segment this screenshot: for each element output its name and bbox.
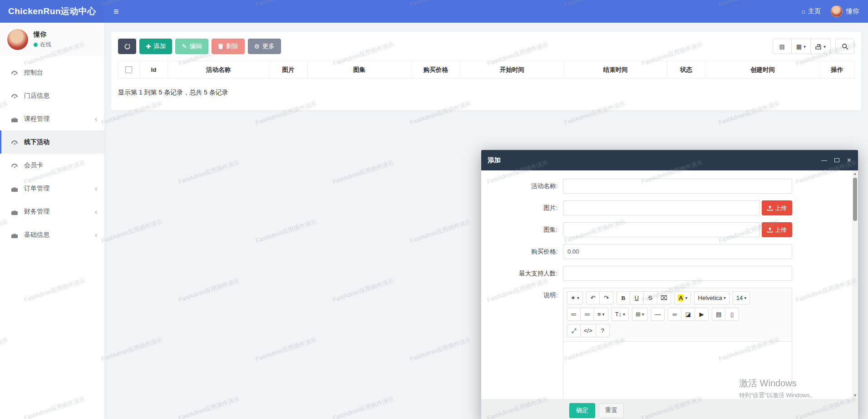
edit-label: 编辑 (190, 42, 202, 50)
link-button[interactable]: ∞ (668, 308, 681, 321)
sidebar-item-5[interactable]: 会员卡 (0, 154, 104, 177)
column-header[interactable]: 创建时间 (705, 61, 820, 79)
help-button[interactable]: ? (596, 324, 610, 337)
price-input[interactable] (563, 244, 792, 259)
dialog-scrollbar[interactable]: ▲ ▼ (852, 170, 858, 399)
code-view-button[interactable]: </> (581, 324, 596, 337)
gallery-input[interactable] (563, 222, 760, 237)
ordered-list-button[interactable]: ≕ (581, 308, 594, 321)
profile-status: 在线 (34, 41, 51, 49)
columns-view-button[interactable]: ▦▾ (792, 39, 811, 54)
chevron-down-icon: ▾ (724, 295, 726, 300)
code-view-icon: </> (584, 327, 592, 334)
table-button[interactable]: ⊞▾ (632, 308, 648, 321)
font-color-button[interactable]: A▾ (674, 291, 691, 304)
video-button[interactable]: ▶ (695, 308, 709, 321)
confirm-button[interactable]: 确定 (569, 403, 595, 418)
font-size-button[interactable]: 14▾ (733, 291, 750, 304)
table-card: ✚ 添加 ✎ 编辑 删除 ⚙ 更多 ▤ (111, 32, 861, 110)
chevron-down-icon: ▾ (685, 295, 687, 300)
sidebar-item-4[interactable]: 线下活动 (0, 130, 104, 154)
editor-toolbar: ✶▾↶↷BUS⌧A▾Helvetica▾14▾≔≕≡▾T↕▾⊞▾—∞◪▶▤▯⤢<… (563, 288, 792, 342)
user-menu[interactable]: 懂你 (831, 5, 859, 17)
scroll-up-icon[interactable]: ▲ (852, 171, 858, 177)
column-header[interactable]: 活动名称 (168, 61, 269, 79)
image-file-button[interactable]: ▤ (712, 308, 725, 321)
sidebar-item-label: 会员卡 (24, 161, 43, 170)
sidebar-item-3[interactable]: 课程管理‹ (0, 107, 104, 130)
scrollbar-thumb[interactable] (853, 178, 857, 221)
column-header[interactable]: 结束时间 (564, 61, 667, 79)
chevron-down-icon: ▾ (744, 295, 746, 300)
more-button[interactable]: ⚙ 更多 (248, 39, 281, 54)
search-icon (842, 43, 848, 50)
gallery-upload-button[interactable]: 上传 (762, 222, 792, 237)
reset-button[interactable]: 重置 (599, 403, 624, 418)
magic-button[interactable]: ✶▾ (567, 291, 583, 304)
column-header[interactable]: 图片 (269, 61, 307, 79)
gear-icon: ⚙ (254, 43, 260, 50)
export-button[interactable]: ▾ (811, 39, 831, 54)
refresh-button[interactable] (118, 39, 136, 54)
chevron-left-icon: ‹ (95, 208, 97, 215)
home-link[interactable]: ⌂ 主页 (802, 7, 821, 15)
chevron-left-icon: ‹ (95, 115, 97, 123)
fullscreen-button[interactable]: ⤢ (567, 324, 581, 337)
sidebar-item-2[interactable]: 门店信息 (0, 84, 104, 107)
sidebar-item-1[interactable]: 控制台 (0, 61, 104, 84)
maximize-icon[interactable] (834, 158, 839, 162)
home-icon: ⌂ (802, 8, 805, 15)
search-button[interactable] (835, 39, 854, 54)
undo-button[interactable]: ↶ (586, 291, 600, 304)
font-name-button[interactable]: Helvetica▾ (694, 291, 730, 304)
select-all-checkbox[interactable] (125, 66, 132, 73)
delete-button[interactable]: 删除 (212, 39, 245, 54)
strikethrough-button[interactable]: S (644, 291, 657, 304)
unordered-list-icon: ≔ (571, 311, 577, 318)
sidebar-toggle-icon[interactable]: ≡ (104, 6, 128, 17)
activity-name-input[interactable] (563, 179, 792, 194)
file-icon: ▯ (730, 311, 734, 318)
close-icon[interactable]: ✕ (847, 157, 852, 163)
file-button[interactable]: ▯ (725, 308, 739, 321)
underline-button[interactable]: U (630, 291, 644, 304)
sidebar-item-7[interactable]: 财务管理‹ (0, 200, 104, 223)
image-upload-button[interactable]: 上传 (762, 200, 792, 215)
chevron-down-icon: ▾ (824, 44, 826, 49)
sidebar-item-6[interactable]: 订单管理‹ (0, 177, 104, 200)
profile-avatar[interactable] (7, 29, 28, 50)
briefcase-icon (10, 116, 19, 122)
line-height-button[interactable]: T↕▾ (612, 308, 629, 321)
column-header[interactable]: 购买价格 (411, 61, 460, 79)
dialog-header[interactable]: 添加 — ✕ (481, 150, 858, 170)
horizontal-rule-button[interactable]: — (651, 308, 665, 321)
eraser-button[interactable]: ⌧ (657, 291, 671, 304)
bold-button[interactable]: B (616, 291, 630, 304)
column-header[interactable]: 操作 (820, 61, 854, 79)
column-header[interactable]: Id (139, 61, 168, 79)
minimize-icon[interactable]: — (821, 157, 827, 163)
dialog-footer: 确定 重置 (481, 399, 858, 419)
redo-button[interactable]: ↷ (600, 291, 613, 304)
briefcase-icon (10, 185, 19, 192)
export-icon (815, 44, 822, 50)
column-header[interactable]: 开始时间 (460, 61, 564, 79)
unordered-list-button[interactable]: ≔ (567, 308, 581, 321)
editor-text-area[interactable] (563, 342, 792, 399)
column-header[interactable]: 图集 (308, 61, 411, 79)
max-people-input[interactable] (563, 266, 792, 281)
add-button[interactable]: ✚ 添加 (139, 39, 172, 54)
paragraph-button[interactable]: ≡▾ (594, 308, 608, 321)
dialog-title: 添加 (488, 156, 501, 165)
scroll-down-icon[interactable]: ▼ (852, 393, 858, 399)
column-header[interactable]: 状态 (667, 61, 705, 79)
picture-button[interactable]: ◪ (681, 308, 695, 321)
profile-name: 懂你 (34, 30, 51, 39)
edit-button[interactable]: ✎ 编辑 (175, 39, 208, 54)
detail-view-button[interactable]: ▤ (773, 39, 792, 54)
upload-icon (767, 227, 773, 233)
main-content: ✚ 添加 ✎ 编辑 删除 ⚙ 更多 ▤ (104, 23, 868, 419)
image-input[interactable] (563, 200, 760, 215)
plus-icon: ✚ (146, 43, 151, 50)
sidebar-item-8[interactable]: 基础信息‹ (0, 223, 104, 246)
